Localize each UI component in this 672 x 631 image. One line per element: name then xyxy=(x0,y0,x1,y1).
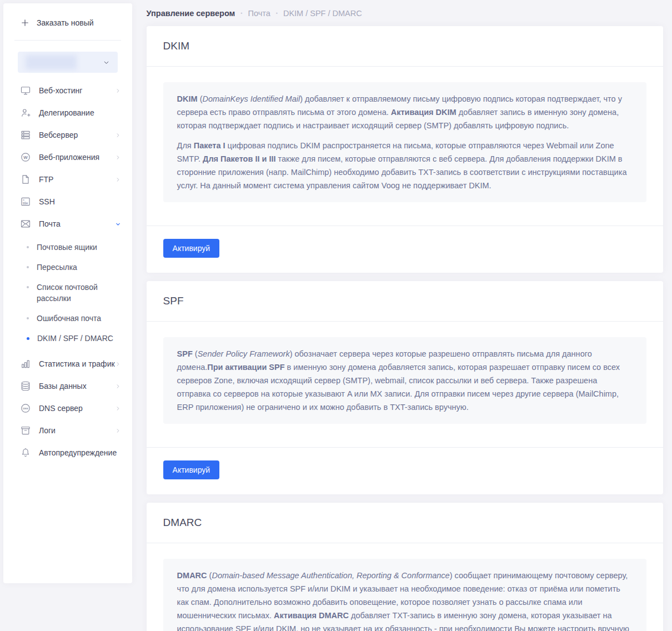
user-plus-icon xyxy=(20,107,31,118)
bullet-dot xyxy=(27,286,29,288)
spf-card-header: SPF xyxy=(147,281,663,322)
dkim-card: DKIM DKIM (DomainKeys Identified Mail) д… xyxy=(147,26,663,273)
text-run: Активация DKIM xyxy=(391,108,457,117)
sidebar: Заказать новый Веб-хостинг Делегирование… xyxy=(3,3,132,583)
sidebar-subitem-dkim-spf-dmarc[interactable]: DKIM / SPF / DMARC xyxy=(3,328,132,348)
sidebar-subitem-mailing-list[interactable]: Список почтовой рассылки xyxy=(3,277,132,308)
svg-text:SSH: SSH xyxy=(23,202,28,205)
text-run: При активации SPF xyxy=(207,363,284,372)
text-run: DMARC xyxy=(177,571,207,580)
sidebar-item-web-apps[interactable]: W Веб-приложения xyxy=(3,146,132,168)
sidebar-subitem-error-mail[interactable]: Ошибочная почта xyxy=(3,308,132,328)
text-run: Активация DMARC xyxy=(274,611,349,620)
sidebar-item-label: SSH xyxy=(39,197,55,206)
sidebar-item-label: Базы данных xyxy=(39,382,87,390)
spf-card-title: SPF xyxy=(163,295,646,307)
sidebar-item-label: Веб-хостинг xyxy=(39,86,82,95)
spf-paragraph-1: SPF (Sender Policy Framework) обозначает… xyxy=(177,347,633,414)
dmarc-card-body: DMARC (Domain-based Message Authenticati… xyxy=(147,543,663,631)
bell-icon xyxy=(20,447,31,458)
mail-icon xyxy=(20,218,31,229)
sidebar-item-label: Логи xyxy=(39,426,56,435)
chevron-right-icon xyxy=(115,361,121,367)
sidebar-subitem-label: DKIM / SPF / DMARC xyxy=(37,333,113,344)
chevron-right-icon xyxy=(115,177,121,183)
sidebar-item-dns[interactable]: DNS DNS сервер xyxy=(3,397,132,419)
dkim-card-footer: Активируй xyxy=(147,226,663,273)
text-run: DomainKeys Identified Mail xyxy=(203,94,300,103)
sidebar-menu: Веб-хостинг Делегирование Вебсервер W Ве… xyxy=(3,79,132,464)
dkim-card-body: DKIM (DomainKeys Identified Mail) добавл… xyxy=(147,67,663,226)
dmarc-card: DMARC DMARC (Domain-based Message Authen… xyxy=(147,503,663,631)
chevron-down-icon xyxy=(103,59,110,66)
chevron-right-icon xyxy=(115,154,121,161)
text-run: SPF xyxy=(177,349,193,358)
sidebar-subitem-label: Список почтовой рассылки xyxy=(37,282,114,304)
sidebar-subitem-forwarding[interactable]: Пересылка xyxy=(3,257,132,277)
svg-text:DNS: DNS xyxy=(23,407,28,410)
order-new-button[interactable]: Заказать новый xyxy=(3,3,132,40)
svg-text:W: W xyxy=(23,155,28,160)
sidebar-item-label: FTP xyxy=(39,175,53,184)
dkim-card-title: DKIM xyxy=(163,40,646,52)
sidebar-item-delegation[interactable]: Делегирование xyxy=(3,102,132,124)
dmarc-card-header: DMARC xyxy=(147,503,663,543)
sidebar-item-label: Почта xyxy=(39,219,61,228)
text-run: Domain-based Message Authentication, Rep… xyxy=(212,571,449,580)
chevron-right-icon xyxy=(115,428,121,434)
mail-submenu: Почтовые ящики Пересылка Список почтовой… xyxy=(3,235,132,353)
domain-select[interactable] xyxy=(18,52,118,73)
dmarc-paragraph-1: DMARC (Domain-based Message Authenticati… xyxy=(177,569,633,631)
sidebar-item-webserver[interactable]: Вебсервер xyxy=(3,124,132,146)
dkim-paragraph-1: DKIM (DomainKeys Identified Mail) добавл… xyxy=(177,92,633,132)
breadcrumb-item-mail[interactable]: Почта xyxy=(248,9,270,18)
text-run: ( xyxy=(198,94,203,103)
breadcrumb: Управление сервером • Почта • DKIM / SPF… xyxy=(147,9,663,18)
chevron-right-icon xyxy=(115,405,121,412)
bar-chart-icon xyxy=(20,358,31,369)
breadcrumb-separator: • xyxy=(276,11,278,16)
sidebar-item-label: Статистика и трафик xyxy=(39,359,115,368)
main-content: Управление сервером • Почта • DKIM / SPF… xyxy=(147,3,663,631)
text-run: Для Пакетов II и III xyxy=(203,154,275,163)
spf-card-footer: Активируй xyxy=(147,447,663,494)
sidebar-item-mail[interactable]: Почта xyxy=(3,213,132,235)
server-icon xyxy=(20,129,31,141)
sidebar-item-logs[interactable]: Логи xyxy=(3,419,132,442)
dkim-card-header: DKIM xyxy=(147,26,663,67)
chevron-right-icon xyxy=(115,88,121,94)
text-run: Для xyxy=(177,141,194,150)
plus-icon xyxy=(20,18,30,28)
sidebar-item-label: DNS сервер xyxy=(39,404,83,413)
activate-spf-button[interactable]: Активируй xyxy=(163,460,220,479)
sidebar-item-label: Веб-приложения xyxy=(39,153,99,162)
sidebar-item-autowarning[interactable]: Автопредупреждение xyxy=(3,442,132,464)
database-icon xyxy=(20,380,31,392)
sidebar-item-databases[interactable]: Базы данных xyxy=(3,375,132,397)
chevron-right-icon xyxy=(115,383,121,389)
wordpress-icon: W xyxy=(20,152,31,163)
spf-card: SPF SPF (Sender Policy Framework) обозна… xyxy=(147,281,663,494)
sidebar-item-ftp[interactable]: FTP xyxy=(3,168,132,191)
sidebar-item-ssh[interactable]: >_SSH SSH xyxy=(3,191,132,213)
dkim-description-box: DKIM (DomainKeys Identified Mail) добавл… xyxy=(163,82,646,202)
sidebar-subitem-mailboxes[interactable]: Почтовые ящики xyxy=(3,237,132,257)
sidebar-item-label: Вебсервер xyxy=(39,131,78,139)
sidebar-subitem-label: Пересылка xyxy=(37,262,77,273)
sidebar-subitem-label: Почтовые ящики xyxy=(37,242,97,253)
monitor-icon xyxy=(20,85,31,96)
text-run: Sender Policy Framework xyxy=(198,349,290,358)
sidebar-item-web-hosting[interactable]: Веб-хостинг xyxy=(3,79,132,102)
sidebar-subitem-label: Ошибочная почта xyxy=(37,313,101,324)
dmarc-description-box: DMARC (Domain-based Message Authenticati… xyxy=(163,559,646,631)
order-new-label: Заказать новый xyxy=(37,18,94,27)
breadcrumb-item-server-management[interactable]: Управление сервером xyxy=(147,9,235,18)
page: Заказать новый Веб-хостинг Делегирование… xyxy=(0,0,672,631)
activate-dkim-button[interactable]: Активируй xyxy=(163,239,220,258)
file-icon xyxy=(20,174,31,185)
chevron-down-icon xyxy=(115,221,121,227)
sidebar-divider xyxy=(14,40,121,41)
sidebar-item-statistics[interactable]: Статистика и трафик xyxy=(3,353,132,375)
bullet-dot xyxy=(27,246,29,248)
svg-text:>_: >_ xyxy=(23,198,26,202)
